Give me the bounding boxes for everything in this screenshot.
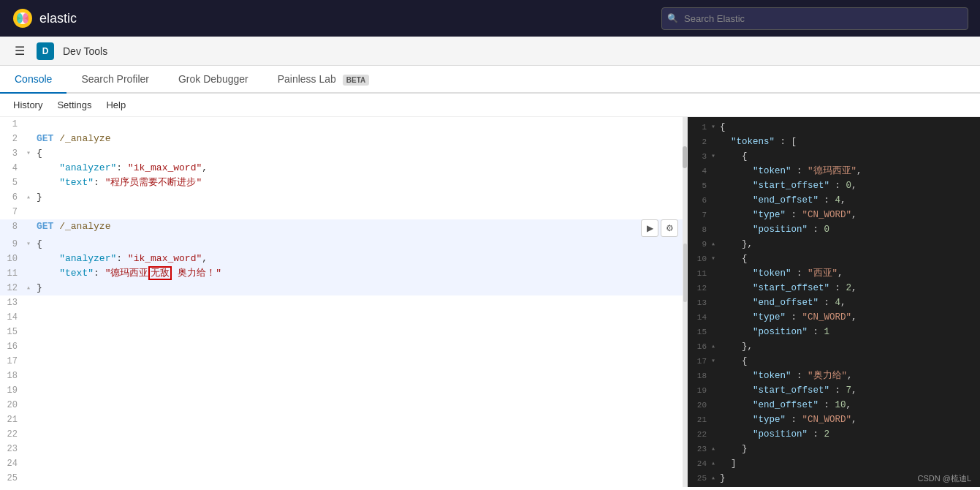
- editor-line-12: 12 ▴ }: [0, 281, 687, 295]
- breadcrumb-title: Dev Tools: [63, 45, 107, 57]
- result-line-14: 14 "type" : "CN_WORD",: [688, 310, 980, 325]
- result-line-12: 12 "start_offset" : 2,: [688, 281, 980, 295]
- result-line-7: 7 "type" : "CN_WORD",: [688, 208, 980, 222]
- search-icon: 🔍: [667, 13, 678, 23]
- editor-scrollbar-thumb[interactable]: [683, 146, 687, 168]
- elastic-logo-text: elastic: [39, 11, 77, 26]
- result-line-15: 15 "position" : 1: [688, 325, 980, 339]
- editor-line-21: 21: [0, 412, 687, 427]
- result-line-24: 24 ▴ ]: [688, 456, 980, 471]
- run-button[interactable]: ▶: [641, 219, 658, 237]
- menu-bar: History Settings Help: [0, 94, 980, 117]
- result-line-13: 13 "end_offset" : 4,: [688, 295, 980, 310]
- tab-painless-lab[interactable]: Painless Lab BETA: [263, 66, 384, 94]
- result-line-19: 19 "start_offset" : 7,: [688, 383, 980, 398]
- elastic-logo-icon: [12, 7, 34, 29]
- result-line-23: 23 ▴ }: [688, 442, 980, 456]
- editor-line-20: 20: [0, 398, 687, 412]
- search-bar-wrapper: 🔍: [661, 7, 968, 30]
- elastic-logo: elastic: [12, 7, 77, 29]
- tab-painless-lab-label: Painless Lab: [278, 73, 336, 85]
- editor-line-5: 5 "text": "程序员需要不断进步": [0, 176, 687, 190]
- breadcrumb-icon-letter: D: [42, 46, 49, 56]
- editor-line-17: 17: [0, 354, 687, 369]
- result-line-2: 2 "tokens" : [: [688, 135, 980, 149]
- menu-history[interactable]: History: [6, 97, 50, 113]
- editor-line-24: 24: [0, 456, 687, 471]
- result-line-6: 6 "end_offset" : 4,: [688, 193, 980, 208]
- result-line-22: 22 "position" : 2: [688, 427, 980, 442]
- hamburger-button[interactable]: ☰: [12, 41, 28, 61]
- editor-line-8: 8 GET /_analyze ▶ ⚙: [0, 219, 687, 237]
- result-line-11: 11 "token" : "西亚",: [688, 266, 980, 281]
- search-input[interactable]: [661, 7, 968, 30]
- svg-point-3: [17, 13, 23, 23]
- result-line-9: 9 ▴ },: [688, 237, 980, 252]
- result-line-3: 3 ▾ {: [688, 149, 980, 164]
- main-content: 1 2 GET /_analyze 3 ▾ { 4 "analyzer": "i…: [0, 117, 980, 487]
- editor-line-16: 16: [0, 339, 687, 354]
- result-content[interactable]: 1 ▾ { 2 "tokens" : [ 3 ▾ { 4 "token: [688, 117, 980, 487]
- breadcrumb-icon: D: [37, 42, 54, 60]
- editor-line-25: 25: [0, 471, 687, 486]
- editor-line-2: 2 GET /_analyze: [0, 132, 687, 146]
- result-line-1: 1 ▾ {: [688, 120, 980, 135]
- result-line-5: 5 "start_offset" : 0,: [688, 178, 980, 193]
- result-line-18: 18 "token" : "奥力给",: [688, 369, 980, 383]
- editor-line-9: 9 ▾ {: [0, 237, 687, 252]
- editor-line-6: 6 ▴ }: [0, 190, 687, 205]
- tab-search-profiler[interactable]: Search Profiler: [67, 66, 164, 94]
- editor-line-10: 10 "analyzer": "ik_max_word",: [0, 252, 687, 266]
- editor-line-4: 4 "analyzer": "ik_max_word",: [0, 161, 687, 176]
- editor-line-26: 26: [0, 486, 687, 487]
- copy-as-curl-button[interactable]: ⚙: [661, 219, 678, 237]
- tab-grok-debugger[interactable]: Grok Debugger: [164, 66, 263, 94]
- text-highlight-wudi: 无敌: [148, 266, 172, 280]
- editor-pane[interactable]: 1 2 GET /_analyze 3 ▾ { 4 "analyzer": "i…: [0, 117, 688, 487]
- watermark: CSDN @梳迪L: [917, 473, 971, 484]
- editor-line-22: 22: [0, 427, 687, 442]
- editor-line-3: 3 ▾ {: [0, 146, 687, 161]
- result-line-26: 26: [688, 486, 980, 487]
- editor-line-11: 11 "text": "德玛西亚无敌 奥力给！": [0, 266, 687, 281]
- beta-badge: BETA: [343, 75, 369, 86]
- tab-bar: Console Search Profiler Grok Debugger Pa…: [0, 66, 980, 94]
- result-line-20: 20 "end_offset" : 10,: [688, 398, 980, 412]
- resize-handle-vertical[interactable]: [683, 244, 687, 302]
- tab-console[interactable]: Console: [0, 66, 67, 94]
- menu-help[interactable]: Help: [99, 97, 133, 113]
- result-line-8: 8 "position" : 0: [688, 222, 980, 237]
- editor-line-19: 19: [0, 383, 687, 398]
- result-line-16: 16 ▴ },: [688, 339, 980, 354]
- editor-content[interactable]: 1 2 GET /_analyze 3 ▾ { 4 "analyzer": "i…: [0, 117, 687, 487]
- editor-line-18: 18: [0, 369, 687, 383]
- editor-line-1: 1: [0, 117, 687, 132]
- breadcrumb-bar: ☰ D Dev Tools: [0, 37, 980, 66]
- editor-line-13: 13: [0, 295, 687, 310]
- editor-line-23: 23: [0, 442, 687, 456]
- result-line-4: 4 "token" : "德玛西亚",: [688, 164, 980, 178]
- svg-point-4: [23, 13, 29, 23]
- editor-scrollbar[interactable]: [683, 117, 687, 487]
- editor-line-7: 7: [0, 205, 687, 219]
- result-line-10: 10 ▾ {: [688, 252, 980, 266]
- editor-line-14: 14: [0, 310, 687, 325]
- result-line-21: 21 "type" : "CN_WORD",: [688, 412, 980, 427]
- top-nav: elastic 🔍: [0, 0, 980, 37]
- search-bar-container: 🔍: [661, 7, 968, 30]
- result-line-17: 17 ▾ {: [688, 354, 980, 369]
- editor-line-15: 15: [0, 325, 687, 339]
- menu-settings[interactable]: Settings: [50, 97, 99, 113]
- result-pane: 1 ▾ { 2 "tokens" : [ 3 ▾ { 4 "token: [688, 117, 980, 487]
